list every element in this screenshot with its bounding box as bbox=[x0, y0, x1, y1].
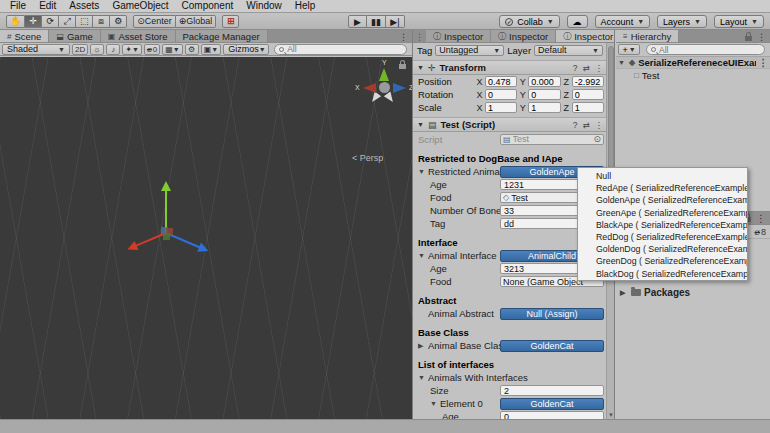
preset-icon[interactable]: ⇄ bbox=[582, 120, 589, 130]
hand-tool-button[interactable]: ✋ bbox=[6, 15, 25, 28]
menu-assets[interactable]: Assets bbox=[63, 0, 105, 12]
menu-gameobject[interactable]: GameObject bbox=[106, 0, 174, 12]
popup-item-blackape[interactable]: BlackApe ( SerializedReferenceExample ) bbox=[578, 219, 747, 231]
scrollbar-down-arrow[interactable]: ▼ bbox=[608, 412, 614, 418]
menu-edit[interactable]: Edit bbox=[33, 0, 62, 12]
popup-item-greendog[interactable]: GreenDog ( SerializedReferenceExample ) bbox=[578, 255, 747, 267]
animal-abstract-type-button[interactable]: Null (Assign) bbox=[500, 308, 604, 320]
popup-item-blackdog[interactable]: BlackDog ( SerializedReferenceExample ) bbox=[578, 268, 747, 280]
test-script-header[interactable]: ▼ ▤ Test (Script) ?⇄⋮ bbox=[413, 117, 607, 132]
help-icon[interactable]: ? bbox=[573, 63, 578, 73]
axis-z-cone[interactable] bbox=[393, 83, 406, 93]
foldout-arrow[interactable]: ▼ bbox=[418, 400, 440, 407]
grid-visibility-dropdown[interactable]: ▦▼ bbox=[162, 44, 183, 55]
component-menu-icon[interactable]: ⋮ bbox=[595, 63, 604, 73]
pivot-toggle-button[interactable]: ⊙Center bbox=[133, 15, 176, 28]
scale-y-input[interactable] bbox=[528, 102, 560, 113]
account-dropdown[interactable]: Account▼ bbox=[595, 15, 650, 28]
layer-dropdown[interactable]: Default▼ bbox=[534, 45, 603, 56]
perspective-label[interactable]: < Persp bbox=[352, 153, 383, 163]
axis-y-cone[interactable] bbox=[379, 68, 389, 81]
scene-search-input[interactable] bbox=[287, 44, 402, 54]
move-gizmo-center[interactable] bbox=[161, 227, 173, 239]
tab-inspector-3[interactable]: ⓘInspector bbox=[556, 30, 615, 42]
play-button[interactable]: ▶ bbox=[348, 15, 367, 28]
hidden-objects-button[interactable]: ⌀0 bbox=[144, 44, 160, 55]
foldout-arrow[interactable]: ▼ bbox=[418, 168, 428, 175]
layers-dropdown[interactable]: Layers▼ bbox=[657, 15, 707, 28]
popup-item-greenape[interactable]: GreenApe ( SerializedReferenceExample ) bbox=[578, 207, 747, 219]
tab-inspector-2[interactable]: ⓘInspector bbox=[491, 30, 556, 42]
help-icon[interactable]: ? bbox=[573, 120, 578, 130]
scene-light-button[interactable]: ☼ bbox=[90, 44, 104, 55]
popup-item-redape[interactable]: RedApe ( SerializedReferenceExample ) bbox=[578, 182, 747, 194]
component-menu-icon[interactable]: ⋮ bbox=[595, 120, 604, 130]
age-input[interactable] bbox=[500, 411, 604, 419]
hierarchy-search-input[interactable] bbox=[659, 45, 760, 55]
menu-file[interactable]: File bbox=[4, 0, 32, 12]
shading-mode-dropdown[interactable]: Shaded▼ bbox=[2, 44, 70, 55]
foldout-arrow[interactable]: ▼ bbox=[418, 374, 428, 381]
custom-tool-button[interactable]: ⚙ bbox=[110, 15, 127, 28]
tag-dropdown[interactable]: Untagged▼ bbox=[435, 45, 504, 56]
collab-button[interactable]: ✓Collab▼ bbox=[499, 15, 559, 28]
element0-type-button[interactable]: GoldenCat bbox=[500, 398, 604, 410]
toggle-2d-button[interactable]: 2D bbox=[72, 44, 88, 55]
scene-tools-button[interactable]: ⚙ bbox=[185, 44, 199, 55]
popup-item-reddog[interactable]: RedDog ( SerializedReferenceExample ) bbox=[578, 231, 747, 243]
scale-tool-button[interactable]: ⤢ bbox=[59, 15, 76, 28]
hierarchy-item-test[interactable]: □ Test bbox=[616, 69, 770, 81]
scene-viewport[interactable]: Y X Z < Persp bbox=[0, 57, 412, 419]
tab-hierarchy[interactable]: ≡Hierarchy bbox=[616, 30, 679, 42]
move-gizmo[interactable] bbox=[120, 167, 215, 262]
tab-scene[interactable]: #Scene bbox=[0, 30, 49, 42]
axis-cone-white[interactable] bbox=[369, 92, 381, 105]
animal-base-class-type-button[interactable]: GoldenCat bbox=[500, 340, 604, 352]
size-input[interactable] bbox=[500, 385, 604, 396]
orientation-gizmo[interactable]: Y X Z bbox=[362, 65, 406, 109]
menu-component[interactable]: Component bbox=[176, 0, 240, 12]
tab-package-manager[interactable]: Package Manager bbox=[176, 30, 268, 42]
scale-z-input[interactable] bbox=[572, 102, 604, 113]
popup-item-goldenape[interactable]: GoldenApe ( SerializedReferenceExample ) bbox=[578, 194, 747, 206]
foldout-arrow[interactable]: ▶ bbox=[418, 342, 428, 350]
rotation-x-input[interactable] bbox=[485, 89, 517, 100]
space-toggle-button[interactable]: ⊕Global bbox=[176, 15, 217, 28]
popup-item-null[interactable]: Null bbox=[578, 170, 747, 182]
cloud-button[interactable]: ☁ bbox=[567, 15, 588, 28]
scene-fx-dropdown[interactable]: ✦▼ bbox=[122, 44, 142, 55]
position-x-input[interactable] bbox=[485, 76, 517, 87]
create-object-button[interactable]: +▼ bbox=[618, 44, 640, 55]
preset-icon[interactable]: ⇄ bbox=[582, 63, 589, 73]
axis-x-cone[interactable] bbox=[363, 83, 376, 93]
foldout-arrow[interactable]: ▶ bbox=[620, 289, 628, 297]
position-z-input[interactable] bbox=[572, 76, 604, 87]
axis-cone-white[interactable] bbox=[384, 92, 396, 105]
foldout-arrow[interactable]: ▼ bbox=[417, 121, 424, 128]
scene-camera-dropdown[interactable]: ▣▼ bbox=[201, 44, 222, 55]
panel-drag-handle[interactable]: ⋮ bbox=[413, 32, 426, 42]
tab-game[interactable]: ⬓Game bbox=[49, 30, 100, 42]
hidden-packages-icon[interactable]: ⌀ bbox=[755, 227, 760, 237]
lock-icon[interactable] bbox=[745, 36, 752, 41]
tab-asset-store[interactable]: ▣Asset Store bbox=[101, 30, 176, 42]
grid-snap-button[interactable]: ⊞ bbox=[222, 15, 239, 28]
move-tool-button[interactable]: ✛ bbox=[25, 15, 42, 28]
scene-menu-icon[interactable]: ⋮ bbox=[759, 57, 769, 68]
step-button[interactable]: ▶| bbox=[386, 15, 405, 28]
transform-header[interactable]: ▼ ✛ Transform ?⇄⋮ bbox=[413, 60, 607, 75]
panel-menu-icon[interactable]: ⋮ bbox=[757, 32, 766, 42]
scene-audio-button[interactable]: ♪ bbox=[106, 44, 120, 55]
layout-dropdown[interactable]: Layout▼ bbox=[714, 15, 764, 28]
hierarchy-search-field[interactable] bbox=[646, 44, 765, 55]
position-y-input[interactable] bbox=[528, 76, 560, 87]
rotate-tool-button[interactable]: ⟳ bbox=[42, 15, 59, 28]
pause-button[interactable]: ▮▮ bbox=[367, 15, 386, 28]
scale-x-input[interactable] bbox=[485, 102, 517, 113]
rotation-y-input[interactable] bbox=[528, 89, 560, 100]
packages-row[interactable]: ▶ Packages bbox=[616, 286, 770, 299]
rect-tool-button[interactable]: ⬚ bbox=[76, 15, 93, 28]
foldout-arrow[interactable]: ▼ bbox=[418, 252, 428, 259]
scene-search-field[interactable] bbox=[274, 44, 407, 55]
panel-menu-icon[interactable]: ⋮ bbox=[395, 32, 412, 42]
